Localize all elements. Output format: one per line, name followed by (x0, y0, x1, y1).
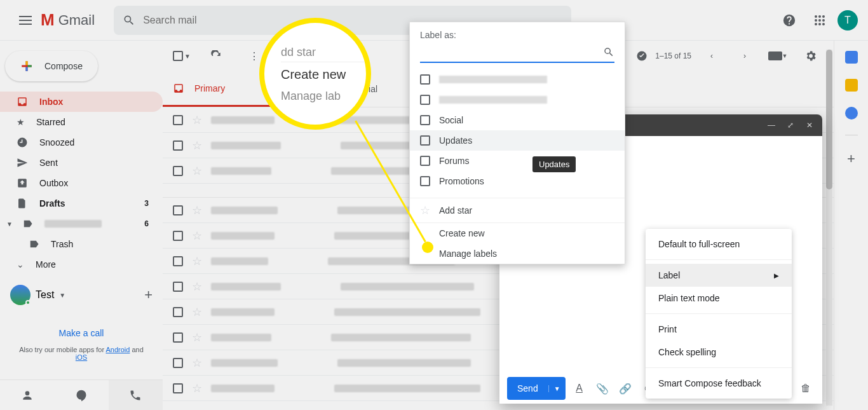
tasks-addon[interactable] (845, 107, 858, 120)
sidebar-item-label[interactable]: ▼ 6 (0, 214, 163, 234)
inbox-icon (17, 96, 28, 107)
sidebar-item-inbox[interactable]: Inbox (0, 92, 163, 112)
svg-point-4 (818, 19, 821, 22)
refresh-icon (210, 50, 222, 62)
label-option[interactable] (410, 90, 625, 110)
clock-icon (17, 137, 28, 148)
phone-icon (129, 389, 142, 402)
hamburger-icon (19, 16, 32, 25)
svg-point-7 (818, 23, 821, 25)
sidebar-item-drafts[interactable]: Drafts 3 (0, 193, 163, 214)
label-popup-title: Label as: (410, 22, 625, 43)
star-icon: ☆ (420, 203, 430, 217)
calendar-addon[interactable] (845, 51, 858, 64)
label-search[interactable] (420, 43, 614, 63)
outbox-icon (17, 177, 28, 189)
main-menu-button[interactable] (10, 5, 41, 36)
side-panel: + (834, 41, 868, 410)
label-search-input[interactable] (420, 47, 603, 57)
hangouts-user[interactable]: Test ▼ + (0, 280, 163, 310)
compose-label: Compose (44, 61, 83, 71)
apps-grid-icon (814, 15, 825, 26)
svg-rect-10 (768, 51, 782, 60)
label-option-social[interactable]: Social (410, 110, 625, 130)
svg-point-6 (815, 23, 817, 25)
label-manage[interactable]: Manage labels (410, 243, 625, 264)
get-addons-button[interactable]: + (847, 151, 855, 167)
keyboard-icon (768, 51, 782, 60)
make-call-link[interactable]: Make a call (0, 328, 163, 338)
next-page-button[interactable]: › (732, 43, 757, 69)
svg-point-0 (815, 15, 817, 18)
user-avatar-icon (10, 285, 31, 305)
scrollbar[interactable] (826, 50, 832, 406)
chevron-down-icon: ⌄ (17, 259, 24, 270)
close-button[interactable]: ✕ (801, 121, 818, 130)
label-option-promotions[interactable]: Promotions (410, 171, 625, 191)
star-icon: ★ (17, 117, 25, 127)
hangouts-icon (75, 389, 88, 402)
send-button[interactable]: Send ▼ (507, 377, 566, 400)
label-icon (22, 218, 33, 229)
select-all-checkbox[interactable]: ▼ (173, 51, 191, 61)
minimize-button[interactable]: — (763, 121, 780, 130)
sidebar-item-outbox[interactable]: Outbox (0, 173, 163, 193)
account-avatar[interactable]: T (837, 10, 858, 31)
gmail-text: Gmail (58, 12, 95, 29)
svg-point-8 (822, 23, 825, 25)
contacts-tab[interactable] (0, 380, 54, 410)
ctx-label[interactable]: Label▶ (646, 264, 792, 287)
compose-button[interactable]: Compose (5, 51, 98, 81)
ios-link[interactable]: iOS (76, 353, 87, 361)
sidebar-item-more[interactable]: ⌄ More (0, 254, 163, 275)
ctx-fullscreen[interactable]: Default to full-screen (646, 233, 792, 256)
link-button[interactable]: 🔗 (616, 383, 634, 395)
send-icon (17, 157, 28, 168)
new-conversation-button[interactable]: + (144, 287, 153, 303)
search-icon (123, 14, 135, 27)
phone-tab[interactable] (109, 380, 163, 410)
annotation-dot (422, 242, 433, 253)
trash-label-icon (28, 238, 39, 250)
refresh-button[interactable] (203, 43, 229, 69)
attach-button[interactable]: 📎 (593, 383, 611, 395)
settings-button[interactable] (798, 43, 824, 69)
chevron-right-icon: ▶ (774, 272, 779, 279)
sidebar-item-starred[interactable]: ★ Starred (0, 112, 163, 132)
formatting-button[interactable]: A (571, 383, 588, 394)
send-options-arrow[interactable]: ▼ (548, 385, 566, 392)
ctx-print[interactable]: Print (646, 318, 792, 341)
compose-plus-icon (18, 57, 36, 75)
svg-point-1 (818, 15, 821, 18)
support-button[interactable] (776, 8, 802, 33)
sidebar: Compose Inbox ★ Starred Snoozed Sent Out… (0, 41, 163, 410)
ctx-smart-compose[interactable]: Smart Compose feedback (646, 372, 792, 395)
ctx-spell[interactable]: Check spelling (646, 341, 792, 364)
star-icon[interactable]: ☆ (192, 113, 202, 127)
label-option[interactable] (410, 69, 625, 90)
label-add-star[interactable]: ☆Add star (410, 198, 625, 222)
page-indicator: 1–15 of 15 (655, 51, 691, 60)
hangouts-tab[interactable] (54, 380, 108, 410)
discard-button[interactable]: 🗑 (797, 383, 815, 394)
label-option-updates[interactable]: Updates (410, 130, 625, 151)
ctx-plaintext[interactable]: Plain text mode (646, 287, 792, 310)
gmail-logo[interactable]: M Gmail (41, 10, 95, 30)
prev-page-button[interactable]: ‹ (699, 43, 724, 69)
expand-icon: ▼ (6, 221, 13, 228)
file-icon (17, 198, 28, 209)
fullscreen-button[interactable]: ⤢ (782, 121, 799, 130)
sidebar-item-trash[interactable]: Trash (0, 234, 163, 254)
more-vert-icon: ⋮ (249, 50, 259, 62)
apps-button[interactable] (807, 8, 832, 33)
tooltip-updates: Updates (532, 156, 576, 172)
keep-addon[interactable] (845, 79, 858, 92)
label-option-forums[interactable]: Forums (410, 151, 625, 171)
primary-icon (173, 83, 184, 94)
input-tools-button[interactable]: ▼ (765, 43, 790, 69)
label-as-popup: Label as: Social Updates Forums Promotio… (409, 22, 625, 264)
android-link[interactable]: Android (106, 346, 130, 353)
sidebar-item-sent[interactable]: Sent (0, 153, 163, 173)
sidebar-item-snoozed[interactable]: Snoozed (0, 132, 163, 153)
label-create-new[interactable]: Create new (410, 223, 625, 243)
